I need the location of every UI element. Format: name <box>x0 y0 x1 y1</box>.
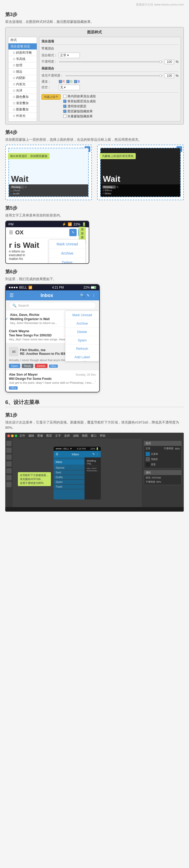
dd-spam[interactable]: Spam <box>65 336 99 345</box>
menu-window[interactable]: 窗口 <box>91 434 97 438</box>
search-nav-icon[interactable]: 🔍 <box>80 293 84 298</box>
sidebar-item-inner-shadow[interactable]: □ 内阴影 <box>8 75 37 81</box>
menu-item-mark-unread[interactable]: Mark Unread <box>49 240 85 249</box>
tool-brush[interactable] <box>6 468 11 473</box>
sidebar-item-color-overlay[interactable]: □ 颜色叠加 <box>8 94 37 100</box>
layers-panel-body: 正常 不透明度: 80% 左菜单 导航栏 <box>144 446 181 468</box>
tool-type[interactable] <box>6 475 11 480</box>
menu-image[interactable]: 图像 <box>37 434 43 438</box>
maximize-traffic-light[interactable] <box>15 435 17 437</box>
blend-mode-dropdown[interactable]: 正常 ▾ <box>59 53 80 58</box>
dd-archive[interactable]: Archive <box>65 319 99 328</box>
menu-item-delete[interactable]: Delete <box>49 258 85 264</box>
hamburger-icon[interactable]: ☰ <box>9 229 13 236</box>
menu-view[interactable]: 视图 <box>82 434 88 438</box>
channel-row: 通道： R G B <box>41 80 179 84</box>
tool-selection[interactable] <box>6 448 11 453</box>
advanced-blend-section: 高级混合 填充不透明度： 100 % 通道： <box>41 66 179 90</box>
opacity-label-ps: 不透明度: <box>164 447 174 450</box>
layer-thumb-2 <box>146 457 150 461</box>
wait-text-right: Wait <box>103 174 178 184</box>
minimize-traffic-light[interactable] <box>11 435 14 437</box>
sidebar-item-blend-options[interactable]: 混合选项:自定 <box>8 43 37 50</box>
menu-edit[interactable]: 编辑 <box>28 434 34 438</box>
sidebar-item-bevel[interactable]: □ 斜面和浮雕 <box>8 50 37 56</box>
opacity-value[interactable]: 100 <box>164 59 174 64</box>
dd-mark-unread[interactable]: Mark Unread <box>65 311 99 319</box>
cutout-dropdown[interactable]: 无 ▾ <box>59 85 80 90</box>
panel-row-r2: ◇ Effects <box>102 189 179 192</box>
channel-b-check[interactable]: B <box>74 80 80 83</box>
phone-status-time: 4:15 PM <box>77 447 86 450</box>
menu-select[interactable]: 选择 <box>64 434 70 438</box>
tooltip-line3: 设置不透明度为80% <box>20 482 44 485</box>
hamburger-nav-icon[interactable]: ☰ <box>9 292 14 298</box>
battery-icon: 🔋 <box>82 222 86 226</box>
compose-icon-btn[interactable]: ✎ <box>69 229 77 236</box>
tool-crop[interactable] <box>6 461 11 467</box>
sidebar-item-outer-glow[interactable]: □ 外发光 <box>8 113 37 119</box>
delete-button[interactable]: Delete <box>35 364 47 368</box>
fill-opacity-row: 填充不透明度： 100 % <box>41 73 179 78</box>
search-input[interactable]: 🔍 Search <box>9 302 96 309</box>
sidebar-item-satin[interactable]: □ 光泽 <box>8 88 37 94</box>
email-arrow-4: › <box>95 379 96 383</box>
tool-move[interactable] <box>6 441 11 446</box>
channel-b-label: B <box>78 80 80 83</box>
status-time: 4:21 PM <box>52 286 64 289</box>
dd-refresh[interactable]: Refresh <box>65 345 99 353</box>
blend-mode-row: 混合模式： 正常 ▾ <box>41 53 179 58</box>
email-item-4[interactable]: Sunday, 16 Dec Abe Son of Mayer Will Des… <box>6 370 99 392</box>
step5-time: PM <box>8 222 14 226</box>
menu-type[interactable]: 文字 <box>55 434 61 438</box>
menu-filter[interactable]: 滤镜 <box>73 434 79 438</box>
open-button[interactable]: Open <box>9 364 20 368</box>
close-traffic-light[interactable] <box>7 435 10 437</box>
tool-shape[interactable] <box>6 482 11 487</box>
checkbox-internal-effects[interactable]: 将内部效果混合成组 <box>63 94 96 99</box>
menu-file[interactable]: 文件 <box>20 434 25 438</box>
blend-options-title: 混合选项 <box>41 39 179 45</box>
sidebar-item-pattern-overlay[interactable]: □ 图案叠加 <box>8 106 37 113</box>
compose-nav-icon[interactable]: ✎ <box>87 293 90 298</box>
sidebar-item-inner-glow[interactable]: □ 内发光 <box>8 81 37 88</box>
checkbox-clip-layers[interactable]: 将剪贴图层混合成组 <box>63 99 96 104</box>
phone-status-left: ●●●●○ BELL ▼ <box>55 447 72 450</box>
fx-label: fx <box>25 186 27 188</box>
menu-layer[interactable]: 图层 <box>46 434 52 438</box>
checkbox-transparent-shape[interactable]: 透明形状图层 <box>63 104 96 108</box>
panel-row-1: Rectang… fx <box>10 185 87 189</box>
left-menu-trash: Trash <box>53 485 84 489</box>
layer-thumb-3 <box>146 462 150 467</box>
menu-item-archive[interactable]: Archive <box>49 249 85 258</box>
sidebar-item-contour[interactable]: □ 等高线 <box>8 56 37 62</box>
menu-help[interactable]: 帮助 <box>100 434 106 438</box>
checkbox-layer-mask[interactable]: 图层蒙版隐藏效果 <box>63 109 96 114</box>
opacity-percent: % <box>176 60 179 64</box>
dd-delete[interactable]: Delete <box>65 328 99 336</box>
dd-add-label[interactable]: Add Label <box>65 353 99 361</box>
panel-row-2: ◇ Effects <box>10 189 87 192</box>
layer-row-2[interactable]: 导航栏 <box>146 457 180 462</box>
section6-step1-heading: 第1步 <box>5 412 184 418</box>
tool-lasso[interactable] <box>6 455 11 460</box>
fill-opacity-slider[interactable] <box>65 75 163 76</box>
channel-g-check[interactable]: G <box>66 80 72 83</box>
layer-row-3[interactable]: 背景 <box>146 462 180 467</box>
reply-button[interactable]: Reply <box>22 364 33 368</box>
channel-r-check[interactable]: R <box>59 80 65 83</box>
more-nav-icon[interactable]: ⋮ <box>92 293 96 298</box>
sidebar-item-texture[interactable]: □ 纹理 <box>8 62 37 69</box>
layer-row-1[interactable]: 左菜单 <box>146 452 180 457</box>
opacity-slider[interactable] <box>59 61 163 62</box>
fill-opacity-value[interactable]: 100 <box>164 73 174 78</box>
checkbox-vector-mask[interactable]: 矢量蒙版隐藏效果 <box>63 114 96 119</box>
blend-checkboxes-section: 与选上仅个 将内部效果混合成组 将剪贴图层混合成组 <box>41 92 179 119</box>
sidebar-item-style[interactable]: 样式 <box>8 37 37 43</box>
blend-layer-btn[interactable]: 与选上仅个 <box>41 94 61 100</box>
battery-pct-label: 22% <box>83 286 90 289</box>
email-date-4: Sunday, 16 Dec <box>76 373 96 376</box>
sidebar-item-stroke[interactable]: □ 描边 <box>8 69 37 75</box>
sidebar-item-gradient-overlay[interactable]: □ 渐变叠加 <box>8 100 37 106</box>
tooltip-line1: 在导航栏下方新建画面， <box>20 474 49 476</box>
